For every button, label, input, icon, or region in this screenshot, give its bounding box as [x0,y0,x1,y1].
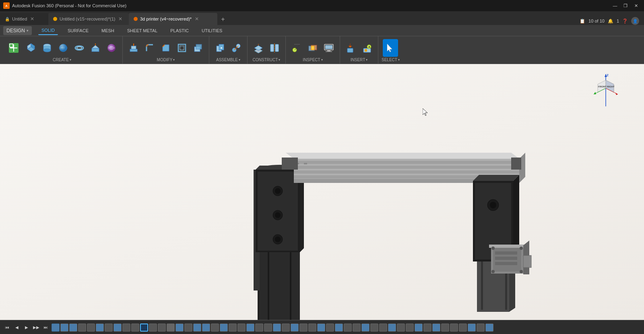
new-component-button[interactable] [213,39,228,57]
timeline-item[interactable] [158,324,166,332]
timeline-item[interactable] [69,324,77,332]
torus-button[interactable] [72,39,87,57]
tab-close-v15[interactable]: ✕ [118,16,123,22]
mode-selector[interactable]: DESIGN ▾ [3,26,32,35]
tab-surface[interactable]: SURFACE [64,26,92,35]
timeline-item[interactable] [96,324,104,332]
timeline-item[interactable] [202,324,210,332]
timeline-item[interactable] [255,324,263,332]
maximize-button[interactable]: ❐ [621,2,630,10]
help-icon[interactable]: ❓ [622,19,628,24]
timeline-item[interactable] [353,324,361,332]
timeline-item[interactable] [291,324,299,332]
navigation-cube[interactable]: Z FRONT RIGHT [588,72,624,108]
tab-utilities[interactable]: UTILITIES [198,26,225,35]
timeline-item[interactable] [114,324,122,332]
profile-icon[interactable]: 👤 [631,17,639,25]
tab-mesh[interactable]: MESH [98,26,118,35]
timeline-item[interactable] [485,324,493,332]
modify-label[interactable]: MODIFY ▾ [157,58,175,62]
timeline-item[interactable] [326,324,334,332]
decal-button[interactable]: A [359,39,375,57]
timeline-item[interactable] [432,324,440,332]
timeline-item[interactable] [167,324,175,332]
minimize-button[interactable]: — [610,2,620,10]
timeline-item[interactable] [388,324,396,332]
timeline-item[interactable] [282,324,290,332]
tab-plastic[interactable]: PLASTIC [167,26,192,35]
timeline-item[interactable] [406,324,414,332]
timeline-item[interactable] [468,324,476,332]
timeline-item[interactable] [122,324,130,332]
timeline-item[interactable] [361,324,369,332]
measure-button[interactable] [289,39,304,57]
create-label[interactable]: CREATE ▾ [53,58,71,62]
timeline-item[interactable] [344,324,352,332]
viewport[interactable]: Z FRONT RIGHT [0,64,644,320]
timeline-item[interactable] [246,324,254,332]
timeline-item[interactable] [317,324,325,332]
construct-label[interactable]: CONSTRUCT ▾ [253,58,281,62]
offset-plane-button[interactable] [251,39,266,57]
midplane-button[interactable] [267,39,282,57]
insert-derive-button[interactable] [343,39,359,57]
tab-solid[interactable]: SOLID [38,26,58,35]
timeline-item[interactable] [441,324,449,332]
tab-close-3dprinter[interactable]: ✕ [194,16,200,22]
tab-untitled[interactable]: 🔒 Untitled ✕ [0,13,48,25]
tab-3dprinter[interactable]: 3d printer (v4~recovered)* ✕ [129,13,217,25]
timeline-item[interactable] [415,324,423,332]
assemble-label[interactable]: ASSEMBLE ▾ [216,58,240,62]
timeline-item[interactable] [335,324,343,332]
timeline-item[interactable] [193,324,201,332]
timeline-play-button[interactable]: ▶ [23,324,31,332]
interference-button[interactable] [305,39,320,57]
timeline-prev-button[interactable]: ◀ [13,324,21,332]
tab-sheet-metal[interactable]: SHEET METAL [124,26,161,35]
timeline-item[interactable] [131,324,139,332]
fillet-button[interactable] [142,39,157,57]
tab-v15-recovered[interactable]: Untitled (v15~recovered)*(1) ✕ [48,13,129,25]
timeline-item[interactable] [105,324,113,332]
timeline-item[interactable] [308,324,316,332]
box-button[interactable] [23,39,39,57]
timeline-item[interactable] [175,324,184,332]
new-sketch-button[interactable] [5,39,23,57]
timeline-item[interactable] [370,324,378,332]
timeline-item[interactable] [60,324,68,332]
timeline-item[interactable] [379,324,387,332]
timeline-item[interactable] [450,324,458,332]
timeline-end-button[interactable]: ⏭ [42,324,50,332]
timeline-start-button[interactable]: ⏮ [3,324,11,332]
select-button[interactable] [383,39,398,57]
timeline-item[interactable] [264,324,272,332]
inspect-label[interactable]: INSPECT ▾ [303,58,322,62]
timeline-item[interactable] [299,324,308,332]
select-label[interactable]: SELECT ▾ [382,58,400,62]
timeline-item[interactable] [184,324,192,332]
timeline-item[interactable] [229,324,237,332]
press-pull-button[interactable] [126,39,141,57]
timeline-item[interactable] [423,324,431,332]
timeline-item[interactable] [220,324,228,332]
sphere-button[interactable] [56,39,71,57]
timeline-item[interactable] [237,324,246,332]
chamfer-button[interactable] [158,39,173,57]
timeline-item[interactable] [397,324,405,332]
add-tab-button[interactable]: + [217,14,229,25]
timeline-item[interactable] [87,324,95,332]
timeline-item[interactable] [273,324,281,332]
tab-close-untitled[interactable]: ✕ [29,16,35,22]
combine-button[interactable] [190,39,206,57]
close-button[interactable]: ✕ [631,2,641,10]
insert-label[interactable]: INSERT ▾ [351,58,368,62]
timeline-item[interactable] [149,324,157,332]
timeline-item[interactable] [459,324,467,332]
timeline-item[interactable] [52,324,60,332]
extrude-button[interactable] [88,39,103,57]
display-settings-button[interactable] [321,39,336,57]
timeline-item[interactable] [477,324,485,332]
shell-button[interactable] [174,39,190,57]
cylinder-button[interactable] [39,39,55,57]
timeline-next-button[interactable]: ▶▶ [32,324,40,332]
